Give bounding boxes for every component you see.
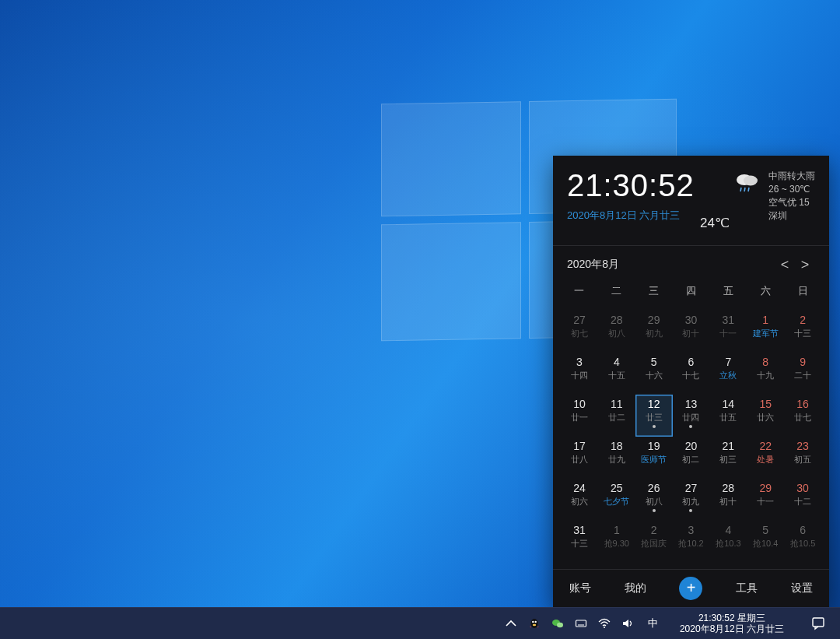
calendar-dow: 三 — [635, 279, 673, 304]
calendar-next-button[interactable]: > — [795, 257, 815, 273]
day-sublabel: 初八 — [608, 328, 625, 339]
day-number: 30 — [796, 482, 809, 494]
tray-ime-indicator[interactable]: 中 — [645, 616, 661, 630]
calendar-day[interactable]: 2十三 — [784, 311, 821, 353]
weather-range: 26 ~ 30℃ — [768, 183, 815, 196]
calendar-day[interactable]: 26初八 — [635, 479, 673, 521]
day-number: 31 — [573, 524, 586, 536]
calendar-day[interactable]: 10廿一 — [561, 395, 598, 437]
svg-rect-11 — [576, 620, 586, 627]
calendar-day[interactable]: 20初二 — [673, 437, 710, 479]
day-sublabel: 医师节 — [641, 454, 667, 465]
day-sublabel: 十一 — [719, 328, 737, 339]
calendar-day[interactable]: 13廿四 — [673, 395, 710, 437]
day-number: 19 — [648, 440, 660, 452]
day-number: 9 — [800, 356, 806, 368]
tray-qq-icon[interactable] — [528, 617, 541, 630]
day-event-dot — [653, 425, 656, 428]
calendar-day[interactable]: 31十三 — [561, 521, 598, 563]
calendar-day[interactable]: 9二十 — [784, 353, 821, 395]
flyout-time: 21:30:52 — [567, 170, 733, 201]
weather-desc: 中雨转大雨 — [768, 170, 815, 183]
nav-settings[interactable]: 设置 — [791, 581, 813, 595]
calendar-day[interactable]: 27初九 — [673, 479, 710, 521]
weather-rain-icon — [733, 171, 761, 193]
svg-line-3 — [744, 188, 745, 191]
day-sublabel: 十六 — [646, 370, 663, 381]
calendar-day[interactable]: 16廿七 — [784, 395, 821, 437]
day-sublabel: 初十 — [682, 328, 699, 339]
calendar-day[interactable]: 18廿九 — [598, 437, 635, 479]
calendar-day[interactable]: 19医师节 — [635, 437, 673, 479]
taskbar-clock[interactable]: 21:30:52 星期三 2020年8月12日 六月廿三 — [672, 613, 792, 634]
calendar-day[interactable]: 12廿三 — [635, 395, 673, 437]
calendar-day[interactable]: 7立秋 — [709, 353, 747, 395]
nav-add-button[interactable]: + — [679, 577, 702, 600]
calendar-dow: 一 — [561, 279, 598, 304]
tray-wechat-icon[interactable] — [551, 617, 564, 630]
action-center-button[interactable] — [803, 608, 834, 639]
day-number: 4 — [725, 524, 731, 536]
calendar-day[interactable]: 1建军节 — [747, 311, 784, 353]
calendar-day[interactable]: 22处暑 — [747, 437, 784, 479]
calendar-flyout: 21:30:52 2020年8月12日 六月廿三 24℃ 中雨转大雨 26 ~ … — [553, 156, 829, 607]
calendar-day[interactable]: 5十六 — [635, 353, 673, 395]
calendar-day[interactable]: 4抢10.3 — [709, 521, 747, 563]
day-number: 15 — [759, 398, 772, 410]
calendar-day[interactable]: 29初九 — [635, 311, 673, 353]
calendar-day[interactable]: 31十一 — [709, 311, 747, 353]
calendar-day[interactable]: 17廿八 — [561, 437, 598, 479]
calendar-day[interactable]: 30初十 — [673, 311, 710, 353]
tray-volume-icon[interactable] — [621, 617, 634, 630]
calendar-day[interactable]: 8十九 — [747, 353, 784, 395]
day-sublabel: 抢10.5 — [790, 538, 815, 549]
day-sublabel: 廿一 — [571, 412, 588, 423]
day-number: 28 — [611, 314, 623, 326]
day-number: 5 — [762, 524, 768, 536]
calendar-day[interactable]: 4十五 — [598, 353, 635, 395]
calendar-day[interactable]: 14廿五 — [709, 395, 747, 437]
calendar-day[interactable]: 28初八 — [598, 311, 635, 353]
tray-wifi-icon[interactable] — [598, 617, 611, 630]
calendar-day[interactable]: 23初五 — [784, 437, 821, 479]
calendar-day[interactable]: 11廿二 — [598, 395, 635, 437]
calendar-dow-row: 一二三四五六日 — [553, 279, 829, 311]
calendar-day[interactable]: 3抢10.2 — [673, 521, 710, 563]
calendar-day[interactable]: 6十七 — [673, 353, 710, 395]
day-number: 11 — [611, 398, 623, 410]
calendar-day[interactable]: 1抢9.30 — [598, 521, 635, 563]
calendar-day[interactable]: 27初七 — [561, 311, 598, 353]
day-sublabel: 十三 — [571, 538, 588, 549]
calendar-day[interactable]: 15廿六 — [747, 395, 784, 437]
svg-line-2 — [740, 188, 741, 191]
calendar-prev-button[interactable]: < — [775, 257, 795, 273]
calendar-day[interactable]: 29十一 — [747, 479, 784, 521]
calendar-day[interactable]: 24初六 — [561, 479, 598, 521]
calendar-day[interactable]: 28初十 — [709, 479, 747, 521]
calendar-day[interactable]: 21初三 — [709, 437, 747, 479]
calendar-day[interactable]: 2抢国庆 — [635, 521, 673, 563]
calendar-month-title[interactable]: 2020年8月 — [567, 258, 775, 272]
tray-overflow-icon[interactable] — [505, 617, 517, 630]
calendar-day[interactable]: 25七夕节 — [598, 479, 635, 521]
tray-touchkeyboard-icon[interactable] — [575, 617, 587, 630]
day-number: 10 — [573, 398, 586, 410]
nav-mine[interactable]: 我的 — [625, 581, 646, 595]
day-sublabel: 廿八 — [571, 454, 588, 465]
day-sublabel: 初五 — [794, 454, 811, 465]
calendar-day[interactable]: 6抢10.5 — [784, 521, 821, 563]
day-sublabel: 初九 — [682, 496, 699, 507]
day-sublabel: 初八 — [646, 496, 663, 507]
day-sublabel: 廿九 — [608, 454, 625, 465]
weather-block[interactable]: 24℃ 中雨转大雨 26 ~ 30℃ 空气优 15 深圳 — [733, 170, 815, 231]
calendar-day[interactable]: 3十四 — [561, 353, 598, 395]
calendar-day[interactable]: 5抢10.4 — [747, 521, 784, 563]
nav-account[interactable]: 账号 — [569, 581, 591, 595]
day-sublabel: 十九 — [757, 370, 774, 381]
day-event-dot — [689, 509, 692, 512]
nav-tools[interactable]: 工具 — [736, 581, 758, 595]
day-sublabel: 廿二 — [608, 412, 625, 423]
day-number: 17 — [573, 440, 586, 452]
day-number: 27 — [685, 482, 698, 494]
calendar-day[interactable]: 30十二 — [784, 479, 821, 521]
